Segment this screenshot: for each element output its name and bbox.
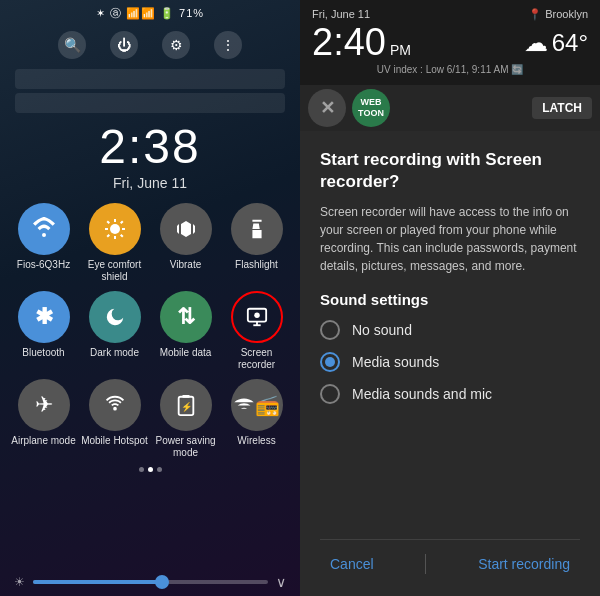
svg-line-6 (120, 235, 122, 237)
button-divider (425, 554, 426, 574)
airplane-label: Airplane mode (11, 435, 75, 447)
svg-point-0 (110, 224, 120, 234)
svg-text:⚡: ⚡ (180, 401, 192, 413)
weather-location: 📍 Brooklyn (528, 8, 588, 21)
svg-line-8 (107, 235, 109, 237)
notification-2 (15, 93, 285, 113)
blurred-app-icon: ✕ (308, 89, 346, 127)
weather-date: Fri, June 11 (312, 8, 370, 20)
radio-label-no-sound: No sound (352, 322, 412, 338)
more-button[interactable]: ⋮ (214, 31, 242, 59)
panel-chevron-icon[interactable]: ∨ (276, 574, 286, 590)
quick-tiles-grid: Fios-6Q3Hz Eye (0, 203, 300, 459)
wireless-icon: 📻 (231, 379, 283, 431)
radio-circle-media-sounds-mic (320, 384, 340, 404)
power-saving-label: Power saving mode (152, 435, 219, 459)
dialog-buttons: Cancel Start recording (320, 539, 580, 578)
power-button[interactable]: ⏻ (110, 31, 138, 59)
webtoon-icon[interactable]: WEBTOON (352, 89, 390, 127)
radio-label-media-sounds: Media sounds (352, 354, 439, 370)
tile-mobile-data[interactable]: ⇅ Mobile data (152, 291, 219, 371)
app-icons-row: ✕ WEBTOON LATCH (300, 85, 600, 131)
wifi-icon (18, 203, 70, 255)
dark-mode-label: Dark mode (90, 347, 139, 359)
uv-index: UV index : Low 6/11, 9:11 AM 🔄 (312, 64, 588, 79)
quick-actions-row: 🔍 ⏻ ⚙ ⋮ (0, 27, 300, 67)
dialog-title: Start recording with Screen recorder? (320, 149, 580, 193)
radio-no-sound[interactable]: No sound (320, 320, 580, 340)
tile-screen-recorder[interactable]: Screen recorder (223, 291, 290, 371)
mobile-data-label: Mobile data (160, 347, 212, 359)
tile-vibrate[interactable]: Vibrate (152, 203, 219, 283)
time-display: 2:38 (99, 123, 200, 171)
search-button[interactable]: 🔍 (58, 31, 86, 59)
tile-wireless[interactable]: 📻 Wireless (223, 379, 290, 459)
tile-airplane[interactable]: ✈ Airplane mode (10, 379, 77, 459)
radio-circle-no-sound (320, 320, 340, 340)
screen-recorder-icon (231, 291, 283, 343)
radio-media-sounds-mic[interactable]: Media sounds and mic (320, 384, 580, 404)
radio-circle-media-sounds (320, 352, 340, 372)
tile-bluetooth[interactable]: ✱ Bluetooth (10, 291, 77, 371)
hotspot-label: Mobile Hotspot (81, 435, 148, 447)
svg-point-10 (254, 312, 260, 318)
flashlight-label: Flashlight (235, 259, 278, 271)
status-bar: ✶ ⓐ 📶📶 🔋 71% (0, 0, 300, 27)
airplane-icon: ✈ (18, 379, 70, 431)
screen-recorder-label: Screen recorder (223, 347, 290, 371)
radio-inner-media-sounds (325, 357, 335, 367)
wifi-label: Fios-6Q3Hz (17, 259, 70, 271)
sound-settings-title: Sound settings (320, 291, 580, 308)
weather-icon: ☁ (524, 29, 548, 57)
radio-media-sounds[interactable]: Media sounds (320, 352, 580, 372)
date-display: Fri, June 11 (113, 175, 187, 191)
brightness-thumb (155, 575, 169, 589)
brightness-fill (33, 580, 162, 584)
cancel-button[interactable]: Cancel (320, 550, 384, 578)
weather-top-row: Fri, June 11 📍 Brooklyn (312, 8, 588, 21)
hotspot-icon (89, 379, 141, 431)
bluetooth-label: Bluetooth (22, 347, 64, 359)
tile-dark-mode[interactable]: Dark mode (81, 291, 148, 371)
page-dots (139, 467, 162, 472)
brightness-low-icon: ☀ (14, 575, 25, 589)
status-icons: ✶ ⓐ 📶📶 🔋 71% (96, 6, 204, 21)
svg-rect-14 (182, 395, 189, 398)
settings-button[interactable]: ⚙ (162, 31, 190, 59)
screen-recorder-dialog: Start recording with Screen recorder? Sc… (300, 131, 600, 596)
dot-3 (157, 467, 162, 472)
brightness-track[interactable] (33, 580, 268, 584)
left-panel: ✶ ⓐ 📶📶 🔋 71% 🔍 ⏻ ⚙ ⋮ 2:38 Fri, June 11 F… (0, 0, 300, 596)
notification-1 (15, 69, 285, 89)
vibrate-icon (160, 203, 212, 255)
wireless-label: Wireless (237, 435, 275, 447)
tile-flashlight[interactable]: Flashlight (223, 203, 290, 283)
right-time-display: 2:40 PM (312, 21, 411, 64)
eye-comfort-label: Eye comfort shield (81, 259, 148, 283)
dot-1 (139, 467, 144, 472)
dot-2 (148, 467, 153, 472)
svg-line-7 (120, 221, 122, 223)
dark-mode-icon (89, 291, 141, 343)
flashlight-icon (231, 203, 283, 255)
eye-comfort-icon (89, 203, 141, 255)
start-recording-button[interactable]: Start recording (468, 550, 580, 578)
bluetooth-icon: ✱ (18, 291, 70, 343)
power-saving-icon: ⚡ (160, 379, 212, 431)
weather-temp: ☁ 64° (524, 29, 588, 57)
svg-line-5 (107, 221, 109, 223)
radio-label-media-sounds-mic: Media sounds and mic (352, 386, 492, 402)
tile-wifi[interactable]: Fios-6Q3Hz (10, 203, 77, 283)
vibrate-label: Vibrate (170, 259, 202, 271)
latch-button[interactable]: LATCH (532, 97, 592, 119)
dialog-body: Screen recorder will have access to the … (320, 203, 580, 275)
weather-widget: Fri, June 11 📍 Brooklyn 2:40 PM ☁ 64° UV… (300, 0, 600, 85)
tile-mobile-hotspot[interactable]: Mobile Hotspot (81, 379, 148, 459)
brightness-bar: ☀ ∨ (0, 568, 300, 596)
right-panel: Fri, June 11 📍 Brooklyn 2:40 PM ☁ 64° UV… (300, 0, 600, 596)
tile-power-saving[interactable]: ⚡ Power saving mode (152, 379, 219, 459)
tile-eye-comfort[interactable]: Eye comfort shield (81, 203, 148, 283)
mobile-data-icon: ⇅ (160, 291, 212, 343)
